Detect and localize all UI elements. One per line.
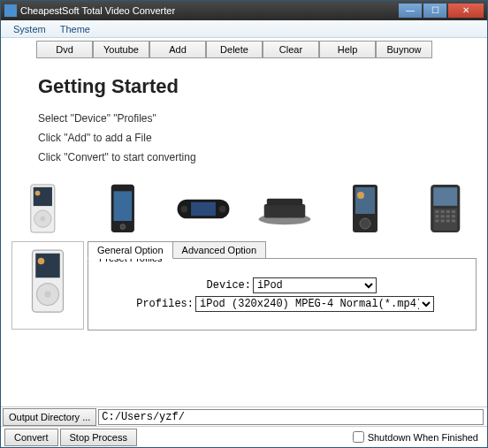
content-area: Getting Started Select "Device" "Profile…	[1, 61, 487, 406]
device-gallery	[11, 171, 477, 239]
toolbar: Dvd Youtube Add Delete Clear Help Buynow	[1, 38, 487, 61]
preset-profiles-group: Preset Profiles Device: iPod Profiles: i…	[88, 258, 477, 330]
bottom-section: Output Directory ... Convert Stop Proces…	[1, 406, 487, 447]
tab-general-option[interactable]: General Option	[88, 241, 173, 259]
device-blackberry[interactable]	[418, 183, 473, 234]
device-label: Device:	[187, 279, 251, 292]
tab-advanced-option[interactable]: Advanced Option	[172, 241, 266, 259]
toolbar-dvd-button[interactable]: Dvd	[36, 41, 93, 58]
svg-point-2	[34, 191, 40, 196]
minimize-button[interactable]: —	[399, 4, 422, 18]
svg-rect-9	[191, 201, 216, 216]
svg-rect-25	[452, 210, 455, 213]
svg-rect-16	[355, 187, 375, 214]
shutdown-checkbox-label[interactable]: Shutdown When Finished	[353, 431, 478, 443]
convert-button[interactable]: Convert	[4, 429, 58, 446]
svg-rect-23	[441, 210, 445, 213]
app-window: CheapestSoft Total Video Converter — ☐ ✕…	[0, 0, 488, 448]
svg-rect-20	[433, 187, 457, 206]
svg-point-38	[44, 291, 51, 298]
options-panel: General Option Advanced Option Preset Pr…	[88, 241, 477, 330]
shutdown-checkbox[interactable]	[353, 431, 364, 443]
menu-system[interactable]: System	[6, 22, 53, 36]
svg-point-17	[357, 192, 364, 199]
svg-rect-33	[452, 219, 455, 222]
svg-rect-29	[452, 215, 455, 217]
window-title: CheapestSoft Total Video Converter	[20, 5, 399, 16]
svg-point-4	[40, 216, 45, 222]
window-controls: — ☐ ✕	[399, 4, 484, 18]
app-icon	[4, 4, 17, 17]
svg-rect-14	[266, 198, 301, 205]
svg-point-11	[219, 205, 226, 212]
svg-rect-22	[436, 210, 439, 213]
svg-rect-32	[446, 219, 450, 222]
output-directory-input[interactable]	[98, 409, 484, 425]
option-tabs: General Option Advanced Option	[88, 241, 477, 259]
device-zune[interactable]	[338, 183, 393, 234]
lower-panel: General Option Advanced Option Preset Pr…	[11, 241, 477, 330]
instruction-1: Select "Device" "Profiles"	[38, 112, 477, 125]
menu-theme[interactable]: Theme	[53, 22, 97, 36]
toolbar-add-button[interactable]: Add	[149, 41, 206, 58]
device-psp[interactable]	[176, 183, 231, 234]
svg-point-10	[181, 205, 188, 212]
toolbar-clear-button[interactable]: Clear	[263, 41, 319, 58]
toolbar-delete-button[interactable]: Delete	[206, 41, 263, 58]
svg-rect-27	[441, 215, 445, 217]
titlebar[interactable]: CheapestSoft Total Video Converter — ☐ ✕	[1, 1, 487, 20]
menubar: System Theme	[1, 20, 487, 38]
svg-rect-26	[436, 215, 439, 217]
output-directory-button[interactable]: Output Directory ...	[3, 408, 96, 426]
action-row: Convert Stop Process Shutdown When Finis…	[1, 426, 487, 447]
output-directory-row: Output Directory ...	[1, 406, 487, 426]
svg-point-7	[120, 224, 126, 230]
svg-point-18	[360, 218, 370, 229]
instruction-2: Click "Add" to add a File	[38, 132, 477, 144]
maximize-button[interactable]: ☐	[423, 4, 446, 18]
toolbar-youtube-button[interactable]: Youtube	[93, 41, 149, 58]
svg-rect-1	[33, 187, 51, 206]
svg-point-36	[38, 258, 45, 265]
getting-started: Getting Started Select "Device" "Profile…	[11, 68, 477, 163]
svg-rect-6	[114, 191, 133, 221]
toolbar-help-button[interactable]: Help	[319, 41, 376, 58]
profiles-select[interactable]: iPod (320x240) MPEG-4 Normal(*.mp4)	[195, 296, 434, 312]
svg-rect-30	[436, 219, 439, 222]
svg-rect-13	[263, 204, 305, 218]
instruction-3: Click "Convert" to start converting	[38, 151, 477, 163]
svg-rect-24	[446, 210, 450, 213]
device-select[interactable]: iPod	[253, 277, 377, 293]
page-title: Getting Started	[38, 75, 477, 98]
stop-process-button[interactable]: Stop Process	[60, 429, 137, 446]
device-iphone[interactable]	[95, 183, 150, 234]
device-console[interactable]	[257, 183, 312, 234]
shutdown-label-text: Shutdown When Finished	[368, 432, 478, 443]
selected-device-thumbnail	[11, 241, 84, 330]
profiles-label: Profiles:	[130, 298, 194, 310]
toolbar-buynow-button[interactable]: Buynow	[376, 41, 432, 58]
svg-rect-28	[446, 215, 450, 217]
svg-rect-35	[35, 254, 60, 278]
close-button[interactable]: ✕	[448, 4, 484, 18]
svg-rect-31	[441, 219, 445, 222]
device-ipod-classic[interactable]	[15, 183, 70, 234]
